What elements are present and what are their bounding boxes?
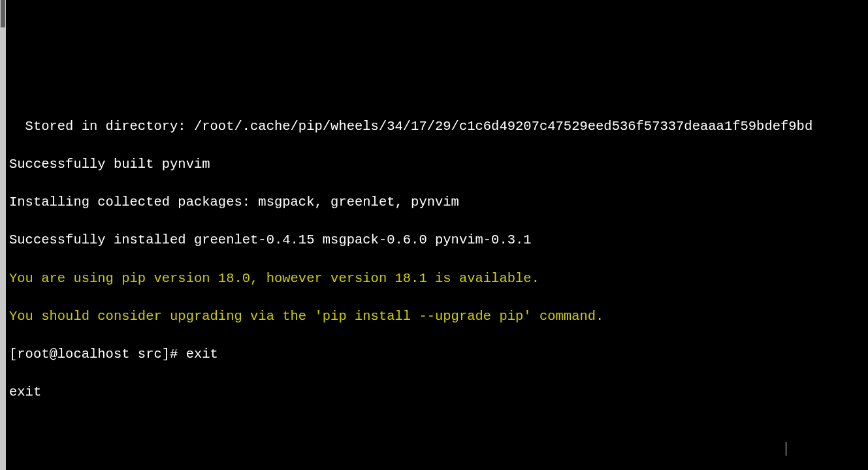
pip-stored-line: Stored in directory: /root/.cache/pip/wh… <box>9 117 859 136</box>
text-cursor-icon <box>786 442 786 456</box>
pip-built-line: Successfully built pynvim <box>9 155 859 174</box>
pip-installed-line: Successfully installed greenlet-0.4.15 m… <box>9 230 859 249</box>
pip-warn2-line: You should consider upgrading via the 'p… <box>9 307 859 326</box>
scrollbar[interactable] <box>0 0 6 470</box>
exit-output: exit <box>9 383 859 401</box>
pip-installing-line: Installing collected packages: msgpack, … <box>9 193 859 212</box>
scrollbar-thumb[interactable] <box>1 0 5 27</box>
blank-line <box>9 420 859 439</box>
pip-warn1-line: You are using pip version 18.0, however … <box>9 269 859 288</box>
root-prompt-line: [root@localhost src]# exit <box>9 345 859 364</box>
